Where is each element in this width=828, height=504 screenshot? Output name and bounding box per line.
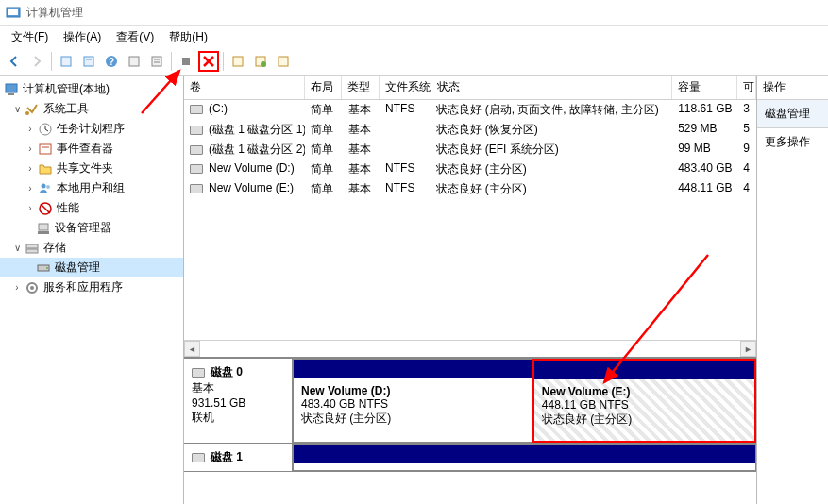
device-icon — [36, 221, 51, 236]
properties-button[interactable] — [78, 51, 99, 72]
tree-storage[interactable]: ∨ 存储 — [0, 238, 183, 258]
table-row[interactable]: (磁盘 1 磁盘分区 2)简单基本状态良好 (EFI 系统分区)99 MB9 — [184, 140, 756, 160]
table-row[interactable]: (磁盘 1 磁盘分区 1)简单基本状态良好 (恢复分区)529 MB5 — [184, 120, 756, 140]
services-icon — [25, 280, 40, 295]
svg-rect-11 — [182, 58, 190, 65]
table-row[interactable]: New Volume (D:)简单基本NTFS状态良好 (主分区)483.40 … — [184, 160, 756, 179]
expand-icon[interactable]: › — [25, 143, 36, 155]
expand-icon[interactable]: › — [25, 163, 36, 175]
svg-rect-16 — [6, 84, 17, 92]
view3-button[interactable] — [273, 51, 294, 72]
svg-point-18 — [25, 111, 29, 115]
svg-rect-7 — [129, 57, 139, 66]
actions-more[interactable]: 更多操作 — [757, 128, 828, 156]
view1-button[interactable] — [228, 51, 248, 72]
drive-icon — [192, 368, 205, 378]
partition-status: 状态良好 (主分区) — [542, 412, 747, 428]
tree-services[interactable]: › 服务和应用程序 — [0, 277, 183, 297]
tree-label: 磁盘管理 — [55, 260, 100, 276]
disk-0-label: 磁盘 0 基本 931.51 GB 联机 — [184, 359, 293, 443]
help-button[interactable]: ? — [101, 51, 122, 72]
tree-label: 本地用户和组 — [57, 180, 125, 196]
performance-icon — [38, 201, 53, 216]
forward-button[interactable] — [26, 51, 47, 72]
svg-point-23 — [46, 185, 50, 189]
menu-file[interactable]: 文件(F) — [4, 27, 56, 47]
menu-help[interactable]: 帮助(H) — [161, 27, 215, 47]
collapse-icon[interactable]: ∨ — [11, 243, 23, 254]
svg-text:?: ? — [109, 57, 114, 67]
tree-label: 设备管理器 — [55, 220, 111, 236]
header-status[interactable]: 状态 — [431, 76, 672, 99]
disk-type: 基本 — [192, 381, 214, 395]
list-button[interactable] — [146, 51, 167, 72]
partition-name: New Volume (E:) — [542, 385, 747, 398]
table-row[interactable]: New Volume (E:)简单基本NTFS状态良好 (主分区)448.11 … — [184, 179, 756, 199]
svg-rect-17 — [8, 93, 14, 95]
tree-local-users[interactable]: › 本地用户和组 — [0, 178, 183, 198]
delete-button[interactable] — [198, 51, 219, 72]
disk-1-row[interactable]: 磁盘 1 — [184, 444, 756, 472]
svg-rect-27 — [38, 231, 49, 234]
clock-icon — [38, 122, 53, 137]
titlebar: 计算机管理 — [0, 0, 828, 26]
toolbar-separator — [51, 52, 52, 71]
expand-icon[interactable]: › — [11, 282, 23, 294]
horizontal-scrollbar[interactable]: ◄ ► — [184, 340, 756, 357]
header-volume[interactable]: 卷 — [184, 76, 305, 99]
scroll-left-icon[interactable]: ◄ — [184, 341, 200, 357]
tree-disk-management[interactable]: 磁盘管理 — [0, 258, 183, 277]
collapse-icon[interactable]: ∨ — [11, 104, 23, 115]
actions-group[interactable]: 磁盘管理 — [757, 100, 828, 128]
volume-table[interactable]: 卷 布局 类型 文件系统 状态 容量 可 (C:)简单基本NTFS状态良好 (启… — [184, 76, 756, 340]
header-type[interactable]: 类型 — [342, 76, 379, 99]
tree-task-scheduler[interactable]: › 任务计划程序 — [0, 119, 183, 139]
tree-device-manager[interactable]: 设备管理器 — [0, 218, 183, 238]
svg-rect-15 — [279, 57, 288, 66]
volume-icon — [190, 105, 203, 114]
view2-button[interactable] — [250, 51, 271, 72]
table-header: 卷 布局 类型 文件系统 状态 容量 可 — [184, 76, 756, 100]
svg-rect-20 — [40, 144, 51, 154]
expand-icon[interactable]: › — [25, 124, 36, 135]
disk-size: 931.51 GB — [192, 396, 245, 410]
header-free[interactable]: 可 — [737, 76, 756, 99]
tree-shared-folders[interactable]: › 共享文件夹 — [0, 159, 183, 178]
toolbar-separator — [171, 52, 172, 71]
partition-header — [294, 445, 755, 463]
header-layout[interactable]: 布局 — [305, 76, 342, 99]
volume-icon — [190, 126, 203, 135]
users-icon — [38, 181, 53, 196]
action-button[interactable] — [176, 51, 196, 72]
partition-d[interactable]: New Volume (D:) 483.40 GB NTFS 状态良好 (主分区… — [293, 359, 532, 443]
header-filesystem[interactable]: 文件系统 — [380, 76, 431, 99]
tree-label: 共享文件夹 — [57, 160, 113, 176]
menu-action[interactable]: 操作(A) — [56, 27, 109, 47]
partition-e[interactable]: New Volume (E:) 448.11 GB NTFS 状态良好 (主分区… — [532, 359, 756, 443]
scroll-right-icon[interactable]: ► — [740, 341, 756, 357]
table-row[interactable]: (C:)简单基本NTFS状态良好 (启动, 页面文件, 故障转储, 主分区)11… — [184, 100, 756, 120]
partition[interactable] — [293, 444, 756, 471]
refresh-button[interactable] — [124, 51, 144, 72]
disk-graphical-panel[interactable]: 磁盘 0 基本 931.51 GB 联机 New Volume (D:) 483… — [184, 357, 756, 504]
tree-panel[interactable]: 计算机管理(本地) ∨ 系统工具 › 任务计划程序 › 事件查看器 › 共享文件… — [0, 76, 184, 504]
partition-name: New Volume (D:) — [301, 384, 524, 397]
event-icon — [38, 142, 53, 157]
tree-performance[interactable]: › 性能 — [0, 198, 183, 218]
tree-system-tools[interactable]: ∨ 系统工具 — [0, 99, 183, 119]
back-button[interactable] — [4, 51, 25, 72]
header-capacity[interactable]: 容量 — [672, 76, 737, 99]
partition-size: 483.40 GB NTFS — [301, 397, 524, 411]
menu-view[interactable]: 查看(V) — [109, 27, 161, 47]
tree-label: 计算机管理(本地) — [23, 81, 110, 97]
tree-event-viewer[interactable]: › 事件查看器 — [0, 139, 183, 159]
expand-icon[interactable]: › — [25, 203, 36, 214]
up-button[interactable] — [56, 51, 76, 72]
disk-0-row[interactable]: 磁盘 0 基本 931.51 GB 联机 New Volume (D:) 483… — [184, 359, 756, 444]
expand-icon[interactable]: › — [25, 183, 36, 194]
tree-root[interactable]: 计算机管理(本地) — [0, 79, 183, 99]
svg-line-25 — [41, 204, 50, 213]
tree-label: 任务计划程序 — [57, 121, 125, 137]
disk-status: 联机 — [192, 411, 214, 424]
tree-label: 事件查看器 — [57, 141, 113, 157]
